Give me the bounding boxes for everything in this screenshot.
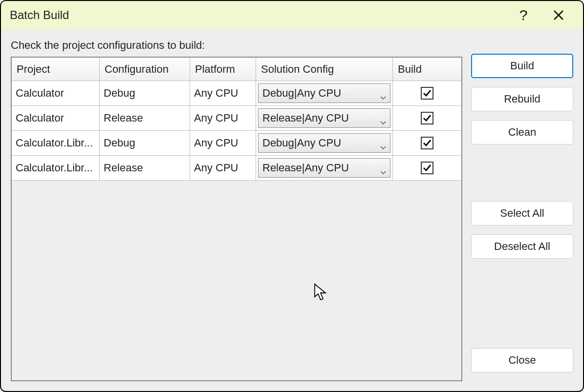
cell-build <box>393 106 461 131</box>
col-build[interactable]: Build <box>393 58 461 81</box>
cell-solution-config: Release|Any CPU <box>256 156 393 181</box>
close-icon[interactable] <box>551 7 566 23</box>
dialog-title: Batch Build <box>10 8 516 22</box>
dropdown-value: Release|Any CPU <box>262 162 380 174</box>
chevron-down-icon <box>380 165 386 171</box>
table-row: Calculator Debug Any CPU Debug|Any CPU <box>12 81 461 106</box>
cell-configuration[interactable]: Release <box>100 106 190 131</box>
cell-project[interactable]: Calculator.Libr... <box>12 131 100 156</box>
cell-project[interactable]: Calculator <box>12 106 100 131</box>
solution-config-dropdown[interactable]: Debug|Any CPU <box>258 133 390 153</box>
solution-config-dropdown[interactable]: Release|Any CPU <box>258 158 390 178</box>
cell-project[interactable]: Calculator <box>12 81 100 106</box>
cell-platform[interactable]: Any CPU <box>190 156 256 181</box>
cell-solution-config: Debug|Any CPU <box>256 131 393 156</box>
deselect-all-button[interactable]: Deselect All <box>471 234 573 259</box>
instruction-text: Check the project configurations to buil… <box>11 39 462 52</box>
rebuild-button[interactable]: Rebuild <box>471 87 573 111</box>
cell-configuration[interactable]: Debug <box>100 131 190 156</box>
clean-button[interactable]: Clean <box>471 120 573 144</box>
cell-build <box>393 131 461 156</box>
col-configuration[interactable]: Configuration <box>100 58 190 81</box>
select-all-button[interactable]: Select All <box>471 201 573 226</box>
grid-body: Calculator Debug Any CPU Debug|Any CPU <box>12 81 461 181</box>
table-row: Calculator Release Any CPU Release|Any C… <box>12 106 461 131</box>
titlebar: Batch Build ? <box>1 1 583 29</box>
build-checkbox[interactable] <box>421 87 433 100</box>
build-button[interactable]: Build <box>471 54 573 78</box>
title-controls: ? <box>516 7 576 23</box>
cell-configuration[interactable]: Debug <box>100 81 190 106</box>
cell-solution-config: Debug|Any CPU <box>256 81 393 106</box>
content-area: Check the project configurations to buil… <box>1 29 583 391</box>
cell-project[interactable]: Calculator.Libr... <box>12 156 100 181</box>
cell-platform[interactable]: Any CPU <box>190 81 256 106</box>
cell-configuration[interactable]: Release <box>100 156 190 181</box>
build-checkbox[interactable] <box>421 162 433 174</box>
chevron-down-icon <box>380 115 386 121</box>
table-row: Calculator.Libr... Debug Any CPU Debug|A… <box>12 131 461 156</box>
config-grid: Project Configuration Platform Solution … <box>11 57 462 381</box>
cell-build <box>393 156 461 181</box>
cell-build <box>393 81 461 106</box>
col-solution-config[interactable]: Solution Config <box>256 58 393 81</box>
table-row: Calculator.Libr... Release Any CPU Relea… <box>12 156 461 181</box>
batch-build-dialog: Batch Build ? Check the project configur… <box>0 0 584 392</box>
chevron-down-icon <box>380 90 386 96</box>
build-checkbox[interactable] <box>421 112 433 124</box>
chevron-down-icon <box>380 140 386 146</box>
dropdown-value: Debug|Any CPU <box>262 87 380 100</box>
solution-config-dropdown[interactable]: Release|Any CPU <box>258 108 390 128</box>
col-platform[interactable]: Platform <box>190 58 256 81</box>
left-pane: Check the project configurations to buil… <box>11 39 462 381</box>
cell-platform[interactable]: Any CPU <box>190 106 256 131</box>
help-icon[interactable]: ? <box>516 7 531 23</box>
close-button[interactable]: Close <box>471 348 573 372</box>
dropdown-value: Debug|Any CPU <box>262 137 380 149</box>
right-button-panel: Build Rebuild Clean Select All Deselect … <box>471 39 573 381</box>
cell-platform[interactable]: Any CPU <box>190 131 256 156</box>
dropdown-value: Release|Any CPU <box>262 112 380 124</box>
col-project[interactable]: Project <box>12 58 100 81</box>
build-checkbox[interactable] <box>421 137 433 149</box>
grid-header: Project Configuration Platform Solution … <box>12 58 461 81</box>
cell-solution-config: Release|Any CPU <box>256 106 393 131</box>
solution-config-dropdown[interactable]: Debug|Any CPU <box>258 83 390 103</box>
